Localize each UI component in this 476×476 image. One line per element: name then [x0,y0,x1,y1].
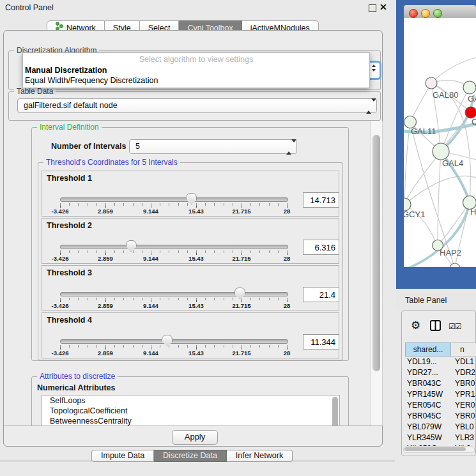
slider-track[interactable] [60,292,288,296]
tab-infer-network[interactable]: Infer Network [227,450,293,462]
node-ga[interactable] [463,81,476,94]
split-columns-icon[interactable] [430,320,441,334]
tick-label: 2.859 [98,302,113,309]
screen: Control Panel ✕ Network Style Select [0,0,476,476]
table-row[interactable]: YLR345WYLR3 [405,433,475,443]
thresholds-group: Threshold's Coordinates for 5 Intervals … [38,162,343,360]
tick-label: -3.426 [52,349,69,357]
spinner-arrows-icon [366,102,371,111]
table-row[interactable]: YBL079WYBL0 [405,422,475,433]
gear-icon[interactable]: ⚙ [411,319,420,332]
svg-text:GAL80: GAL80 [433,90,458,100]
tick-label: 9.144 [143,302,158,309]
float-window-icon[interactable] [369,4,376,12]
zoom-traffic-light-icon[interactable] [433,9,442,18]
tick-label: 2.859 [98,349,113,357]
numerical-attributes-list[interactable]: SelfLoops TopologicalCoefficient Between… [42,395,340,426]
dropdown-item-manual-discretization[interactable]: Manual Discretization [25,66,107,75]
tick-label: 28 [284,302,291,309]
tick-label: 15.43 [188,255,204,262]
tick-label: 21.715 [232,302,250,309]
tick-label: 15.43 [188,349,204,357]
tick-label: 15.43 [188,208,204,215]
slider-track[interactable] [60,339,288,344]
group-title: Threshold's Coordinates for 5 Intervals [43,158,180,167]
group-title: Attributes to discretize [37,372,118,381]
close-icon[interactable]: ✕ [380,2,387,12]
table-row[interactable]: YER054CYER0 [405,400,475,411]
network-canvas[interactable]: GAL80 GA C GAL11 GAL4 GCY1 H HAP2 [404,18,476,267]
table-row[interactable]: YBR045CYBR0 [405,411,475,422]
tick-label: 15.43 [188,302,204,309]
threshold-4-panel: Threshold 4 -3.426 2.859 9.144 15.43 21.… [42,312,339,358]
dropdown-item-equal-width[interactable]: Equal Width/Frequency Discretization [25,76,158,85]
tick-label: 28 [284,349,291,357]
svg-text:GAL4: GAL4 [442,158,463,168]
threshold-value-field[interactable] [303,334,339,349]
number-of-intervals-label: Number of Intervals [51,142,126,151]
interval-definition-group: Interval Definition Number of Intervals … [31,127,349,361]
tick-label: -3.426 [52,208,69,215]
tick-label: 2.859 [98,208,113,215]
list-item[interactable]: TopologicalCoefficient [42,406,339,416]
table-horizontal-scrollbar-thumb[interactable] [404,447,466,451]
slider-minor-ticks [60,345,288,348]
tick-label: 21.715 [232,208,250,215]
list-scrollbar[interactable] [332,397,338,426]
svg-text:GA: GA [468,94,476,104]
table-panel-titlebar: Table Panel [396,289,476,311]
threshold-label: Threshold 2 [47,221,92,230]
number-of-intervals-combobox[interactable]: 5 [129,139,297,154]
threshold-value-field[interactable] [303,240,339,255]
table-rows: YDL19...YDL1 YDR27...YDR2 YBR043CYBR0 YP… [405,357,475,446]
checked-checkboxes-icon[interactable]: ☑☑ [449,322,461,331]
slider-track[interactable] [60,197,288,202]
scroll-viewport: Interval Definition Number of Intervals … [4,121,370,426]
table-row[interactable]: YDL19...YDL1 [405,357,475,367]
numerical-attributes-label: Numerical Attributes [37,383,115,392]
group-title: Interval Definition [37,123,102,132]
algorithm-dropdown-popup: Select algorithm to view settings Manual… [22,52,370,88]
node-gal4[interactable] [433,143,449,160]
tick-label: -3.426 [52,302,69,309]
threshold-value-field[interactable] [303,192,339,208]
network-window-titlebar[interactable] [404,5,476,19]
node-gal80[interactable] [426,77,437,89]
table-row[interactable]: YBR043CYBR0 [405,378,475,389]
svg-text:C: C [472,117,476,127]
combobox-value: galFiltered.sif default node [24,101,118,110]
close-traffic-light-icon[interactable] [409,9,418,18]
column-header-shared[interactable]: shared... [405,342,451,357]
slider-track[interactable] [60,245,288,249]
table-row[interactable]: YPR145WYPR1 [405,389,475,400]
apply-button[interactable]: Apply [172,430,218,445]
network-view-window: GAL80 GA C GAL11 GAL4 GCY1 H HAP2 [396,0,476,289]
table-header: shared... n [405,342,476,357]
panel-scrollbar-thumb[interactable] [372,135,380,371]
combobox-value: 5 [135,142,140,151]
table-row[interactable]: YDR27...YDR2 [405,367,475,378]
threshold-value-field[interactable] [303,287,339,302]
tab-discretize-data[interactable]: Discretize Data [154,450,227,462]
tick-label: -3.426 [52,255,69,262]
table-horizontal-scrollbar[interactable] [403,446,475,453]
tab-impute-data[interactable]: Impute Data [91,450,154,462]
slider-minor-ticks [60,298,288,300]
svg-text:HAP2: HAP2 [440,248,461,257]
svg-text:H: H [470,207,476,217]
minimize-traffic-light-icon[interactable] [421,9,430,18]
threshold-1-panel: Threshold 1 -3.426 2.859 9.144 15.43 21.… [42,171,339,217]
panel-title: Control Panel [5,3,54,12]
apply-strip: Apply [4,426,382,446]
column-header-name[interactable]: n [451,342,476,357]
list-item[interactable]: BetweennessCentrality [42,416,339,426]
list-item[interactable]: SelfLoops [42,395,339,406]
table-panel: ⚙ ☑☑ shared... n YDL19...YDL1 YDR27...YD… [401,311,476,456]
tick-label: 2.859 [98,255,113,262]
attributes-group: Attributes to discretize Numerical Attri… [31,376,349,426]
threshold-2-panel: Threshold 2 -3.426 2.859 9.144 15.43 21.… [42,218,339,264]
spinner-arrows-icon [286,142,291,151]
panel-scrollbar[interactable] [371,121,383,426]
table-data-combobox[interactable]: galFiltered.sif default node [17,98,377,113]
dropdown-hint-item[interactable]: Select algorithm to view settings [23,55,369,64]
